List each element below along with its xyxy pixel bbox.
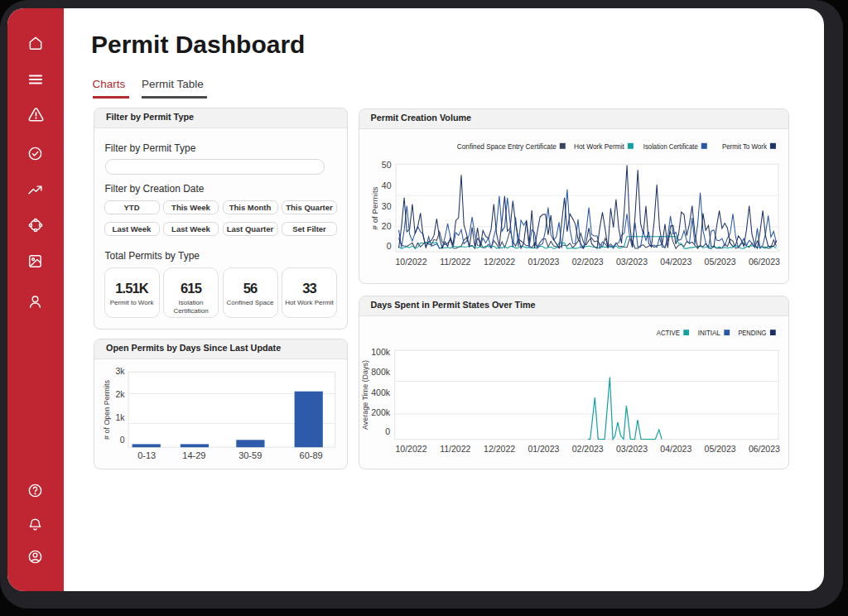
- svg-text:30-59: 30-59: [238, 450, 262, 460]
- svg-text:06/2023: 06/2023: [748, 257, 779, 267]
- svg-text:60-89: 60-89: [300, 450, 323, 460]
- svg-text:05/2023: 05/2023: [704, 257, 735, 267]
- svg-text:50: 50: [381, 160, 391, 170]
- svg-text:10/2022: 10/2022: [395, 444, 426, 454]
- svg-text:Isolation Certificate: Isolation Certificate: [643, 142, 697, 151]
- svg-text:03/2023: 03/2023: [616, 257, 648, 267]
- svg-text:0: 0: [385, 426, 390, 436]
- svg-text:11/2022: 11/2022: [440, 257, 470, 267]
- svg-text:05/2023: 05/2023: [704, 444, 735, 454]
- svg-text:12/2022: 12/2022: [484, 257, 515, 267]
- svg-text:02/2023: 02/2023: [571, 257, 603, 267]
- svg-text:400k: 400k: [371, 387, 391, 397]
- svg-text:12/2022: 12/2022: [484, 444, 515, 454]
- svg-text:3k: 3k: [116, 366, 126, 376]
- svg-text:11/2022: 11/2022: [440, 444, 470, 454]
- svg-text:Hot Work Permit: Hot Work Permit: [573, 142, 624, 151]
- svg-text:06/2023: 06/2023: [748, 444, 779, 454]
- svg-text:20: 20: [381, 221, 391, 231]
- svg-text:04/2023: 04/2023: [660, 444, 691, 454]
- svg-text:100k: 100k: [371, 347, 391, 357]
- svg-text:200k: 200k: [371, 407, 391, 417]
- svg-text:Average Time (Days): Average Time (Days): [361, 360, 369, 430]
- svg-text:03/2023: 03/2023: [616, 444, 648, 454]
- svg-text:14-29: 14-29: [182, 450, 205, 460]
- svg-text:Confined Space Entry Certifica: Confined Space Entry Certificate: [456, 142, 556, 151]
- svg-text:0-13: 0-13: [137, 450, 156, 460]
- svg-text:02/2023: 02/2023: [571, 444, 603, 454]
- svg-text:INITIAL: INITIAL: [697, 328, 720, 337]
- svg-text:ACTIVE: ACTIVE: [656, 328, 679, 337]
- svg-text:01/2023: 01/2023: [528, 257, 559, 267]
- svg-text:04/2023: 04/2023: [660, 257, 691, 267]
- svg-text:# of Permits: # of Permits: [370, 187, 378, 230]
- svg-text:800k: 800k: [371, 367, 391, 377]
- svg-text:# of Open Permits: # of Open Permits: [103, 380, 111, 440]
- svg-text:40: 40: [381, 180, 391, 190]
- svg-text:0: 0: [386, 241, 391, 251]
- svg-text:2k: 2k: [116, 389, 126, 399]
- svg-text:0: 0: [120, 435, 125, 445]
- svg-text:10/2022: 10/2022: [395, 257, 426, 267]
- svg-text:PENDING: PENDING: [738, 328, 766, 337]
- svg-text:30: 30: [381, 201, 391, 211]
- svg-text:1k: 1k: [116, 412, 126, 422]
- svg-text:Permit To Work: Permit To Work: [721, 142, 766, 151]
- svg-text:01/2023: 01/2023: [528, 444, 559, 454]
